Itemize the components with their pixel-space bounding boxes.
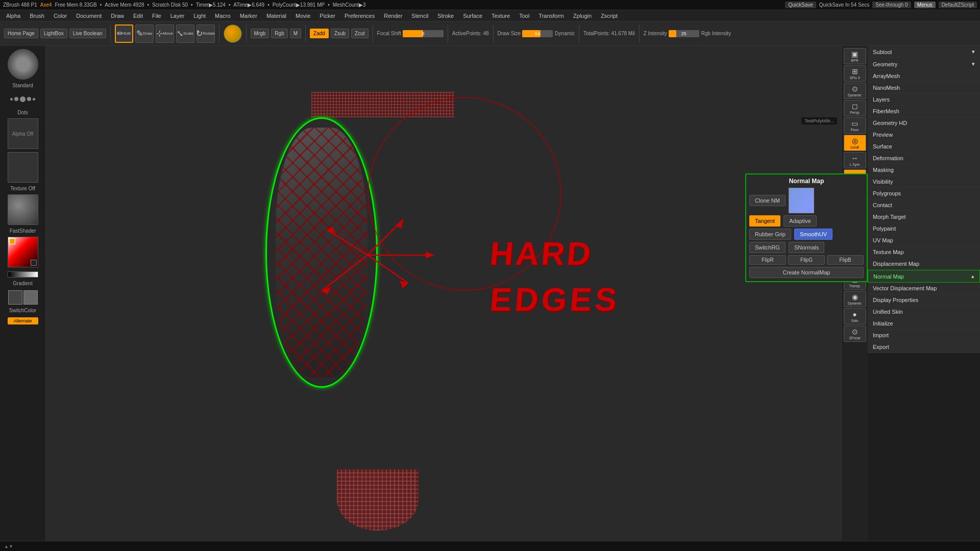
menu-item-macro[interactable]: Macro	[211, 12, 235, 20]
menu-item-light[interactable]: Light	[189, 12, 210, 20]
default-zscript[interactable]: DefaultZScript	[939, 2, 977, 8]
solo-btn[interactable]: ● Solo	[844, 308, 866, 324]
normalmap-header[interactable]: Normal Map ▴	[868, 270, 979, 282]
menu-item-alpha[interactable]: Alpha	[2, 12, 24, 20]
import-header[interactable]: Import	[868, 330, 980, 341]
spix-btn[interactable]: ⊞ SPix 3	[844, 65, 866, 82]
masking-header[interactable]: Masking	[868, 164, 980, 176]
smoothuv-btn[interactable]: SmoothUV	[794, 229, 832, 240]
flipr-btn[interactable]: FlipR	[749, 255, 786, 265]
local-btn[interactable]: ◎ Local	[844, 135, 866, 151]
menu-item-stroke[interactable]: Stroke	[433, 12, 458, 20]
tangent-btn[interactable]: Tangent	[749, 215, 780, 227]
visibility-header[interactable]: Visibility	[868, 176, 980, 187]
flipg-btn[interactable]: FlipG	[788, 255, 825, 265]
preview-header[interactable]: Preview	[868, 129, 980, 140]
persp-btn[interactable]: ◻ Persp	[844, 100, 866, 116]
scale-btn[interactable]: ⤡ Scale	[176, 24, 194, 43]
floor-btn[interactable]: ▭ Floor	[844, 117, 866, 134]
quicksave-btn[interactable]: QuickSave	[785, 2, 816, 8]
texture-preview[interactable]	[8, 152, 38, 183]
polypaint-header[interactable]: Polypaint	[868, 223, 980, 234]
rgb-btn[interactable]: Rgb	[271, 29, 287, 38]
zfocal-btn[interactable]: ⊙ ZFocal	[844, 325, 866, 342]
color-sq-dark[interactable]	[8, 290, 22, 305]
arraymesh-header[interactable]: ArrayMesh	[868, 70, 980, 82]
see-through[interactable]: See-through 0	[872, 2, 911, 8]
zcut-btn[interactable]: Zcut	[351, 29, 368, 38]
menu-item-document[interactable]: Document	[72, 12, 106, 20]
draw-btn[interactable]: ✎ Draw	[135, 24, 154, 43]
menu-item-transform[interactable]: Transform	[534, 12, 568, 20]
menu-item-picker[interactable]: Picker	[315, 12, 339, 20]
menu-item-zplugin[interactable]: Zplugin	[569, 12, 596, 20]
initialize-header[interactable]: Initialize	[868, 318, 980, 329]
menu-item-preferences[interactable]: Preferences	[340, 12, 379, 20]
polygroups-header[interactable]: Polygroups	[868, 188, 980, 199]
alpha-preview[interactable]: Alpha Off	[8, 118, 38, 149]
displacementmap-header[interactable]: Displacement Map	[868, 258, 980, 269]
create-normalmap-btn[interactable]: Create NormalMap	[749, 267, 864, 278]
z-intensity-slider[interactable]: 25	[669, 30, 699, 37]
surface-header[interactable]: Surface	[868, 141, 980, 152]
menu-item-zscript[interactable]: Zscript	[597, 12, 622, 20]
displayprops-header[interactable]: Display Properties	[868, 294, 980, 306]
menu-item-stencil[interactable]: Stencil	[407, 12, 432, 20]
layers-header[interactable]: Layers	[868, 94, 980, 105]
dots-preview[interactable]	[8, 91, 38, 107]
edit-btn[interactable]: ✏ Edit	[115, 24, 133, 43]
menu-item-surface[interactable]: Surface	[459, 12, 486, 20]
menu-item-file[interactable]: File	[148, 12, 165, 20]
color-sq-mid[interactable]	[23, 290, 38, 305]
geometry-header[interactable]: Geometry ▾	[868, 58, 980, 70]
dynamic2-btn[interactable]: ◉ Dynamic	[844, 291, 866, 307]
rotate-btn[interactable]: ↻ Rotate	[197, 24, 215, 43]
uvmap-header[interactable]: UV Map	[868, 235, 980, 246]
menu-item-marker[interactable]: Marker	[236, 12, 261, 20]
zadd-btn[interactable]: Zadd	[310, 29, 329, 38]
move-btn[interactable]: ⊹ Move	[156, 24, 174, 43]
vectordisplacement-header[interactable]: Vector Displacement Map	[868, 283, 980, 294]
switchrg-btn[interactable]: SwitchRG	[749, 242, 786, 253]
gradient-bar[interactable]	[8, 271, 38, 278]
menu-item-draw[interactable]: Draw	[107, 12, 128, 20]
mrgb-btn[interactable]: Mrgb	[251, 29, 270, 38]
adaptive-btn[interactable]: Adaptive	[783, 215, 817, 227]
menu-item-movie[interactable]: Movie	[291, 12, 314, 20]
shader-preview[interactable]	[8, 194, 38, 225]
menu-item-texture[interactable]: Texture	[487, 12, 514, 20]
morph-target-header[interactable]: Morph Target	[868, 211, 980, 222]
texturemap-header[interactable]: Texture Map	[868, 246, 980, 258]
focal-shift-slider[interactable]: 0	[403, 30, 444, 37]
draw-size-slider[interactable]: 64	[522, 30, 553, 37]
clone-nm-btn[interactable]: Clone NM	[749, 195, 786, 206]
dynamic-btn[interactable]: ⊙ Dynamic	[844, 83, 866, 99]
fibermesh-header[interactable]: FiberMesh	[868, 106, 980, 117]
menu-item-color[interactable]: Color	[50, 12, 71, 20]
contact-header[interactable]: Contact	[868, 199, 980, 211]
material-sphere[interactable]	[224, 24, 242, 43]
menu-item-render[interactable]: Render	[380, 12, 406, 20]
live-boolean-btn[interactable]: Live Boolean	[69, 29, 106, 38]
menu-item-brush[interactable]: Brush	[26, 12, 48, 20]
export-header[interactable]: Export	[868, 341, 980, 353]
snormals-btn[interactable]: SNormals	[789, 242, 824, 253]
menu-item-layer[interactable]: Layer	[166, 12, 189, 20]
zsub-btn[interactable]: Zsub	[331, 29, 349, 38]
home-page-btn[interactable]: Home Page	[4, 29, 38, 38]
brush-preview[interactable]	[8, 49, 38, 80]
color-picker[interactable]	[8, 237, 38, 267]
geometryhd-header[interactable]: Geometry HD	[868, 117, 980, 129]
nanomesh-header[interactable]: NanoMesh	[868, 82, 980, 93]
menu-item-tool[interactable]: Tool	[515, 12, 533, 20]
menu-item-material[interactable]: Material	[262, 12, 290, 20]
deformation-header[interactable]: Deformation	[868, 153, 980, 164]
rubber-grip-btn[interactable]: Rubber Grip	[749, 229, 791, 240]
subtool-header[interactable]: Subtool ▾	[868, 46, 980, 58]
menus-btn[interactable]: Menus	[914, 2, 936, 8]
m-btn[interactable]: M	[290, 29, 301, 38]
lsym-btn[interactable]: ↔ L Sym	[844, 152, 866, 168]
viewport[interactable]: HARD EDGES TestPolyMilir...	[46, 46, 841, 541]
unifiedskin-header[interactable]: Unified Skin	[868, 306, 980, 317]
bpr-btn[interactable]: ▣ BPR	[844, 48, 866, 64]
